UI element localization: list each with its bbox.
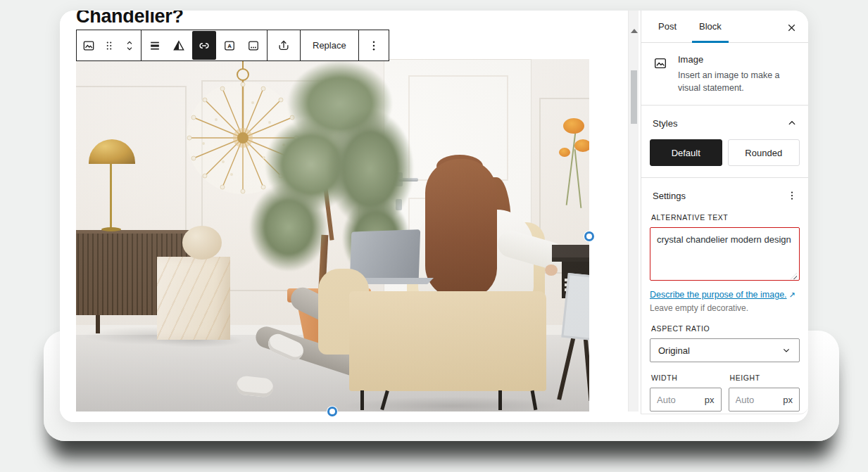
image-resize-handle-bottom[interactable] [327, 407, 337, 416]
toolbar-group-replace: Replace [301, 30, 359, 60]
alt-text-help-link[interactable]: Describe the purpose of the image. [650, 290, 787, 300]
settings-panel: Settings Alternative text crystal chande… [641, 177, 808, 422]
text-over-image-icon[interactable]: A [218, 31, 241, 60]
editor-window: Chandelier? [60, 11, 808, 422]
caption-icon[interactable] [241, 31, 265, 60]
block-card-title: Image [678, 54, 798, 65]
scroll-up-arrow[interactable] [631, 29, 638, 33]
link-icon[interactable] [192, 31, 216, 60]
toolbar-group-block [77, 30, 141, 60]
duotone-filter-icon[interactable] [167, 31, 191, 60]
block-card: Image Insert an image to make a visual s… [641, 43, 808, 105]
alt-text-help: Leave empty if decorative. [650, 303, 800, 313]
drag-handle-icon[interactable] [99, 31, 119, 60]
toolbar-group-image-tools: A [141, 30, 268, 60]
width-unit: px [705, 395, 715, 405]
tab-post[interactable]: Post [647, 11, 688, 42]
settings-panel-title: Settings [653, 191, 686, 201]
page-background: Chandelier? [0, 0, 868, 472]
aspect-ratio-value: Original [658, 345, 690, 356]
canvas-scrollbar[interactable] [628, 11, 639, 412]
options-kebab-icon[interactable] [360, 31, 387, 60]
alt-text-input[interactable]: crystal chandelier modern design [650, 227, 800, 281]
align-icon[interactable] [143, 31, 167, 60]
svg-text:A: A [227, 43, 232, 49]
image-resize-handle-right[interactable] [584, 231, 594, 241]
height-input[interactable] [736, 395, 784, 405]
replace-button[interactable]: Replace [302, 30, 357, 60]
featured-image[interactable] [76, 59, 589, 412]
width-input[interactable] [657, 395, 705, 405]
settings-sidebar: Post Block Image Insert an image to make… [641, 11, 808, 414]
style-rounded-button[interactable]: Rounded [728, 139, 800, 166]
styles-panel: Styles Default Rounded [641, 105, 808, 177]
move-up-down-icon[interactable] [119, 31, 139, 60]
aspect-ratio-select[interactable]: Original [650, 338, 800, 362]
width-label: Width [651, 374, 720, 382]
upload-icon[interactable] [269, 31, 298, 60]
aspect-ratio-label: Aspect ratio [651, 324, 798, 333]
block-toolbar: A Replace [76, 30, 389, 61]
photo-vignette [76, 59, 589, 412]
select-chevron-icon [781, 345, 792, 356]
alt-text-label: Alternative text [651, 213, 798, 222]
scrollbar-thumb[interactable] [631, 70, 637, 124]
block-card-description: Insert an image to make a visual stateme… [678, 69, 798, 94]
settings-kebab-icon[interactable] [786, 189, 798, 202]
height-unit: px [783, 395, 793, 405]
sidebar-tabs: Post Block [641, 11, 808, 43]
styles-panel-title: Styles [653, 118, 677, 129]
style-default-button[interactable]: Default [650, 139, 722, 166]
collapse-chevron-icon[interactable] [786, 117, 798, 129]
toolbar-group-options [359, 30, 389, 60]
external-link-arrow[interactable]: ↗ [789, 291, 795, 299]
post-title-heading[interactable]: Chandelier? [76, 11, 184, 27]
editor-canvas[interactable]: Chandelier? [60, 11, 641, 422]
tab-block[interactable]: Block [688, 11, 733, 42]
image-block-icon[interactable] [78, 31, 99, 60]
toolbar-group-upload [268, 30, 301, 60]
close-icon[interactable] [781, 18, 801, 37]
height-label: Height [730, 374, 799, 382]
image-block-icon [653, 56, 668, 94]
